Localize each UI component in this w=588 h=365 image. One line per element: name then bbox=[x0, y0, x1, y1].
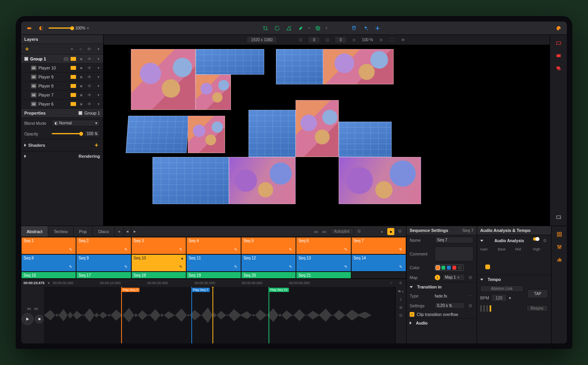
map-select[interactable]: Map 1 bbox=[443, 274, 465, 281]
color-swatch[interactable] bbox=[71, 93, 76, 97]
blend-mode-select[interactable]: ◐ Normal▾ bbox=[52, 120, 100, 126]
tab-disco[interactable]: Disco bbox=[93, 226, 115, 237]
expand-icon[interactable]: ⤢ bbox=[388, 280, 394, 286]
seq-cell[interactable]: Seq 11✎ bbox=[186, 254, 241, 272]
transition-duration[interactable]: 0,20 s ⇅ bbox=[435, 302, 465, 309]
palette-icon[interactable] bbox=[554, 24, 563, 33]
triangle-add-icon[interactable] bbox=[285, 24, 293, 33]
transition-section[interactable]: Transition in bbox=[407, 282, 477, 291]
playhead[interactable] bbox=[212, 287, 213, 343]
next-icon[interactable]: ⏭ bbox=[33, 305, 40, 312]
tab-nav-next[interactable]: ▸ bbox=[131, 226, 138, 237]
add-shader-button[interactable]: + bbox=[93, 142, 100, 149]
resync-button[interactable]: Resync bbox=[526, 305, 548, 312]
offset-y[interactable]: 0 bbox=[335, 37, 346, 43]
seq-cell[interactable]: Seq 12✎ bbox=[241, 254, 296, 272]
brightness-icon[interactable] bbox=[37, 24, 45, 33]
seq-cell[interactable]: Seq 2✎ bbox=[76, 237, 131, 254]
overflow-checkbox[interactable]: ✓ bbox=[410, 312, 414, 317]
prop-checkbox[interactable] bbox=[78, 111, 82, 115]
gear-icon[interactable]: ⚙ bbox=[467, 274, 474, 281]
zoom-out-icon[interactable]: ⊖ bbox=[351, 37, 357, 43]
leaf-icon[interactable] bbox=[296, 24, 305, 33]
timeline-marker[interactable]: Play Seq 13 bbox=[269, 287, 269, 343]
eye-icon[interactable]: 👁 bbox=[86, 56, 93, 62]
seq-head[interactable]: Seq 16 bbox=[21, 272, 76, 279]
zoom-out-tl-icon[interactable]: ⊖ bbox=[398, 312, 404, 318]
rotate-icon[interactable] bbox=[273, 24, 281, 33]
canvas-tile[interactable] bbox=[276, 49, 323, 84]
seq-head[interactable]: Seq 19 bbox=[186, 272, 241, 279]
layer-item[interactable]: Player 10■👁 bbox=[21, 64, 103, 73]
gear-icon[interactable]: ⚙ bbox=[397, 280, 404, 286]
expand-icon[interactable] bbox=[94, 56, 101, 62]
gear-icon[interactable]: ⚙ bbox=[397, 228, 403, 235]
layer-menu-icon[interactable] bbox=[94, 46, 101, 52]
skip-fwd-icon[interactable]: ⏭ bbox=[321, 228, 327, 235]
mask-crop-icon[interactable] bbox=[314, 24, 322, 33]
shaders-section[interactable]: Shaders+ bbox=[21, 139, 103, 151]
record-icon[interactable]: ● bbox=[387, 228, 394, 235]
layer-item[interactable]: Player 9■👁 bbox=[21, 73, 103, 82]
bars-icon[interactable] bbox=[554, 255, 564, 264]
skip-back-icon[interactable]: ⏮ bbox=[312, 228, 319, 235]
fx-off-icon[interactable]: ✦ bbox=[69, 46, 75, 52]
color-swatch[interactable] bbox=[71, 66, 76, 70]
marker-add-icon[interactable]: ⚑+ bbox=[398, 288, 404, 295]
prev-icon[interactable]: ⏮ bbox=[26, 305, 32, 312]
canvas-tile[interactable] bbox=[196, 75, 231, 110]
output-screen-icon[interactable] bbox=[554, 213, 564, 222]
fit-icon[interactable]: ⛶ bbox=[389, 37, 395, 43]
canvas-tile[interactable] bbox=[323, 49, 394, 84]
seq-head[interactable]: Seq 21 bbox=[296, 272, 351, 279]
layers-stack-icon[interactable] bbox=[554, 64, 564, 73]
info-icon[interactable]: i bbox=[435, 275, 440, 280]
seq-cell[interactable]: Seq 5✎ bbox=[241, 237, 296, 254]
magnet-icon[interactable] bbox=[350, 24, 358, 33]
seq-cell[interactable]: Seq 7✎ bbox=[351, 237, 406, 254]
timeline-marker[interactable]: Play Seq 7 bbox=[191, 287, 192, 343]
crop-icon[interactable] bbox=[261, 24, 270, 33]
seq-cell[interactable]: Seq 14✎ bbox=[351, 254, 406, 272]
timeline-marker[interactable]: Play Seq 3 bbox=[121, 287, 122, 343]
add-icon[interactable] bbox=[373, 24, 382, 33]
canvas-tile[interactable] bbox=[196, 49, 264, 75]
seq-cell[interactable]: Seq 6✎ bbox=[296, 237, 351, 254]
color-picker[interactable] bbox=[435, 265, 464, 271]
canvas-tile[interactable] bbox=[229, 157, 296, 204]
add-tab-button[interactable]: + bbox=[115, 226, 124, 237]
visibility-icon[interactable]: 👁 bbox=[86, 46, 92, 52]
canvas-tile[interactable] bbox=[188, 116, 225, 153]
transform-y-icon[interactable]: ⊡ bbox=[324, 37, 330, 43]
canvas-tile[interactable] bbox=[131, 49, 196, 110]
autopilot-button[interactable]: Autopilot bbox=[330, 228, 354, 235]
color-swatch[interactable] bbox=[71, 75, 76, 79]
layer-item[interactable]: Player 8■👁 bbox=[21, 82, 103, 91]
layer-item[interactable]: Player 7■👁 bbox=[21, 91, 103, 100]
lock-icon[interactable]: ■ bbox=[78, 56, 84, 62]
canvas-tile[interactable] bbox=[339, 157, 421, 204]
play-button[interactable] bbox=[22, 313, 33, 325]
tab-pop[interactable]: Pop bbox=[74, 226, 93, 237]
canvas-tile[interactable] bbox=[249, 110, 296, 157]
seq-head[interactable]: Seq 20 bbox=[241, 272, 296, 279]
canvas-dimensions[interactable]: 1920 x 1080 bbox=[247, 37, 276, 43]
canvas-viewport[interactable] bbox=[103, 45, 550, 226]
projector-icon[interactable] bbox=[25, 24, 34, 33]
layer-item[interactable]: Player 6■👁 bbox=[21, 100, 103, 109]
audio-section[interactable]: Audio bbox=[407, 318, 477, 327]
rendering-section[interactable]: Rendering bbox=[21, 151, 103, 161]
tap-button[interactable]: TAP bbox=[527, 289, 548, 298]
autopilot-gear-icon[interactable]: ⚙ bbox=[356, 228, 362, 235]
seq-name-input[interactable]: Seq 7 bbox=[435, 237, 474, 243]
tab-techno[interactable]: Techno bbox=[48, 226, 73, 237]
bpm-input[interactable]: 120 bbox=[491, 294, 507, 302]
canvas-tile[interactable] bbox=[152, 157, 229, 204]
mixer-icon[interactable] bbox=[554, 243, 564, 251]
seq-cell[interactable]: Seq 3✎ bbox=[131, 237, 186, 254]
fx-on-icon[interactable]: ✧ bbox=[77, 46, 83, 52]
tab-nav-prev[interactable]: ◂ bbox=[124, 226, 131, 237]
layer-group[interactable]: Group 1 (0) ■ 👁 bbox=[21, 55, 103, 64]
tab-abstract[interactable]: Abstract bbox=[21, 226, 48, 237]
zoom-percent[interactable]: 100% bbox=[75, 26, 89, 30]
